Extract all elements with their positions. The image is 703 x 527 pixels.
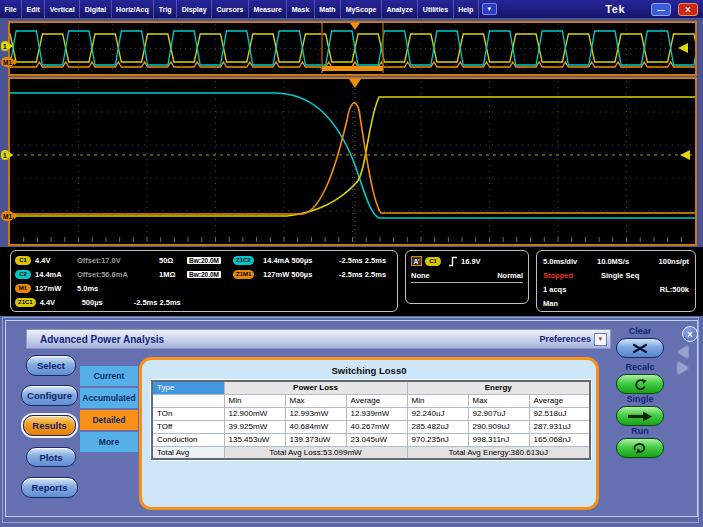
z1m1-window: -2.5ms 2.5ms — [339, 270, 393, 279]
menu-help[interactable]: Help — [454, 0, 479, 18]
c1-bandwidth[interactable]: Bw:20.0M — [187, 257, 221, 264]
sub-header: Max — [285, 394, 346, 407]
menu-vertical[interactable]: Vertical — [45, 0, 80, 18]
apa-title-bar[interactable]: Advanced Power Analysis Preferences ▼ — [26, 329, 611, 349]
nav-right-arrow[interactable] — [678, 362, 688, 374]
c1-offset: Offset:17.0V — [77, 256, 159, 265]
trigger-position-icon[interactable] — [350, 23, 360, 30]
advanced-power-analysis-window: Advanced Power Analysis Preferences ▼ Se… — [5, 320, 698, 517]
main-math1-marker[interactable]: M1 — [1, 211, 14, 221]
c2-bandwidth[interactable]: Bw:20.0M — [187, 271, 221, 278]
overview-ch1-marker[interactable]: 1 — [1, 41, 9, 51]
cell: 92.518uJ — [529, 407, 590, 420]
sub-header: Average — [529, 394, 590, 407]
readout-row-c2: C2 14.4mA Offset:56.6mA 1MΩ Bw:20.0M Z1M… — [15, 267, 393, 281]
row-label-toff: TOff — [152, 420, 224, 433]
menu-utilities[interactable]: Utilities — [418, 0, 453, 18]
preferences-dropdown-icon[interactable]: ▼ — [594, 333, 607, 346]
cell: 23.045uW — [346, 433, 407, 446]
menu-dropdown-icon[interactable]: ▼ — [482, 3, 497, 15]
scope-display: 1 M1 1 M1 — [0, 18, 703, 247]
record-length: RL:500k — [566, 285, 689, 294]
menu-math[interactable]: Math — [315, 0, 341, 18]
m1-badge[interactable]: M1 — [15, 284, 31, 293]
trigger-source-badge[interactable]: C1 — [425, 257, 441, 266]
clear-label: Clear — [612, 326, 668, 336]
trigger-mode-row: None Normal — [411, 271, 523, 283]
trigger-holdoff: None — [411, 271, 430, 280]
single-arrow-icon — [627, 411, 653, 422]
reports-button[interactable]: Reports — [21, 477, 78, 498]
menu-cursors[interactable]: Cursors — [212, 0, 249, 18]
tab-current[interactable]: Current — [80, 366, 138, 386]
menu-file[interactable]: File — [0, 0, 22, 18]
table-sub-header-row: Min Max Average Min Max Average — [152, 394, 590, 407]
sub-header: Average — [346, 394, 407, 407]
overview-graticule[interactable] — [8, 21, 697, 76]
menu-myscope[interactable]: MyScope — [341, 0, 382, 18]
cell: 165.068nJ — [529, 433, 590, 446]
menu-display[interactable]: Display — [177, 0, 212, 18]
z1c2-window: -2.5ms 2.5ms — [339, 256, 393, 265]
recalc-icon — [633, 378, 647, 391]
power-loss-header: Power Loss — [224, 381, 407, 394]
z1m1-scale: 127mW 500µs — [263, 270, 339, 279]
vertical-readout-panel[interactable]: C1 4.4V Offset:17.0V 50Ω Bw:20.0M Z1C2 1… — [10, 250, 398, 312]
run-label: Run — [612, 426, 668, 436]
z1m1-badge[interactable]: Z1M1 — [233, 270, 254, 279]
total-avg-loss: Total Avg Loss:53.099mW — [224, 446, 407, 459]
menu-digital[interactable]: Digital — [80, 0, 111, 18]
apa-close-button[interactable]: X — [682, 326, 698, 342]
cell: 998.311nJ — [468, 433, 529, 446]
close-button[interactable]: X — [678, 3, 698, 16]
run-loop-icon — [632, 442, 648, 454]
configure-button[interactable]: Configure — [21, 385, 78, 406]
sample-rate: 10.0MS/s — [597, 257, 629, 266]
total-avg-label: Total Avg — [152, 446, 224, 459]
c2-badge[interactable]: C2 — [15, 270, 31, 279]
recalc-label: Recalc — [612, 362, 668, 372]
total-avg-energy: Total Avg Energy:380.613uJ — [407, 446, 590, 459]
clear-button[interactable] — [616, 338, 664, 358]
acquisitions-count: 1 acqs — [543, 285, 566, 294]
menu-analyze[interactable]: Analyze — [382, 0, 418, 18]
single-button[interactable] — [616, 406, 664, 426]
sub-header: Min — [224, 394, 285, 407]
main-trigger-marker-icon[interactable] — [349, 79, 361, 88]
main-graticule[interactable] — [8, 77, 697, 246]
cell: 970.235nJ — [407, 433, 468, 446]
menu-edit[interactable]: Edit — [22, 0, 45, 18]
tab-detailed[interactable]: Detailed — [80, 410, 138, 430]
horizontal-readout-panel[interactable]: 5.0ms/div 10.0MS/s 100ns/pt Stopped Sing… — [536, 250, 696, 312]
menu-horiz-acq[interactable]: Horiz/Acq — [112, 0, 155, 18]
menu-trig[interactable]: Trig — [154, 0, 177, 18]
z1c1-timebase: 500µs — [82, 298, 134, 307]
select-button[interactable]: Select — [26, 355, 76, 376]
minimize-button[interactable]: — — [651, 3, 671, 16]
c1-badge[interactable]: C1 — [15, 256, 31, 265]
z1c2-badge[interactable]: Z1C2 — [233, 256, 254, 265]
z1c1-badge[interactable]: Z1C1 — [15, 298, 36, 307]
main-ch1-marker[interactable]: 1 — [1, 150, 9, 160]
preferences-control[interactable]: Preferences ▼ — [539, 333, 607, 346]
zoom-region-bar[interactable] — [322, 66, 383, 71]
menu-mask[interactable]: Mask — [287, 0, 315, 18]
trigger-level: 16.9V — [461, 257, 481, 266]
cell: 40.684mW — [285, 420, 346, 433]
overview-math1-marker[interactable]: M1 — [1, 57, 14, 67]
cell: 40.267mW — [346, 420, 407, 433]
trigger-readout-panel[interactable]: A' C1 16.9V None Normal — [405, 250, 529, 304]
tab-more[interactable]: More — [80, 432, 138, 452]
plots-button[interactable]: Plots — [26, 447, 76, 467]
tab-accumulated[interactable]: Accumulated — [80, 388, 138, 408]
single-label: Single — [612, 394, 668, 404]
nav-left-arrow[interactable] — [678, 346, 688, 358]
menu-measure[interactable]: Measure — [249, 0, 287, 18]
cell: 290.909uJ — [468, 420, 529, 433]
energy-header: Energy — [407, 381, 590, 394]
menu-bar: File Edit Vertical Digital Horiz/Acq Tri… — [0, 0, 703, 18]
results-button[interactable]: Results — [23, 415, 76, 436]
recalc-button[interactable] — [616, 374, 664, 394]
sub-header: Max — [468, 394, 529, 407]
run-button[interactable] — [616, 438, 664, 458]
